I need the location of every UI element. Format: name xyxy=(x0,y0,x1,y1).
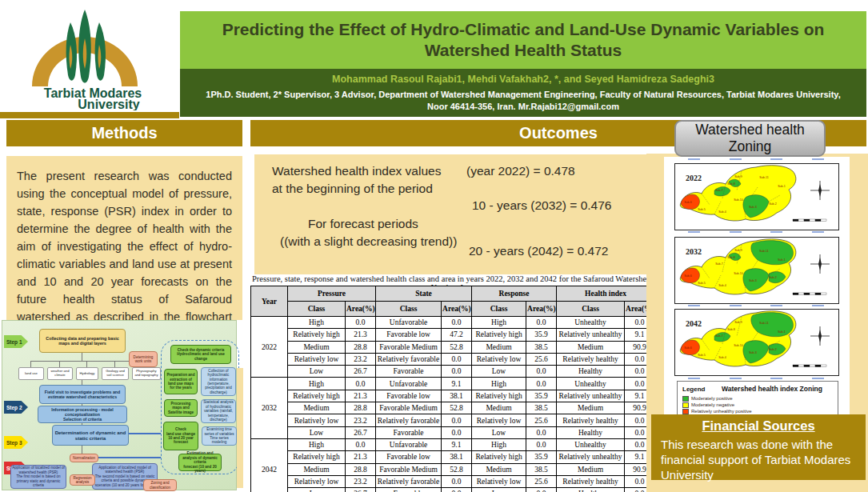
scale-bar xyxy=(793,365,798,367)
logo-org-line2: University xyxy=(78,98,139,110)
table-cell: Healthy xyxy=(557,426,625,438)
table-cell: Healthy xyxy=(557,366,625,378)
table-cell: 0.0 xyxy=(442,353,472,365)
table-cell: 35.9 xyxy=(526,390,557,402)
table-cell: 0.0 xyxy=(346,317,376,329)
health-table: Year Pressure State Response Health inde… xyxy=(250,286,655,492)
flow-box-time-series: Examining time series of variables Time … xyxy=(202,426,237,446)
subheader-area: Area(%) xyxy=(346,302,376,317)
table-cell: Medium xyxy=(472,463,526,475)
subbasin-label: Sub-4 xyxy=(718,284,726,287)
table-row: Relatively high21.3Favorable low47.2Rela… xyxy=(251,329,655,341)
subbasin-label: Sub-6 xyxy=(684,274,692,278)
table-cell: Relatively low xyxy=(472,414,526,426)
legend-item-label: Moderately negative xyxy=(691,402,734,407)
subbasin-label: Sub-10 xyxy=(734,198,743,202)
flow-box-psr-model-1: Application of localized model of waters… xyxy=(10,465,66,489)
table-cell: 25.6 xyxy=(526,353,557,365)
subheader-class: Class xyxy=(557,302,625,317)
zoning-heading-line1: Watershed health xyxy=(695,122,805,138)
table-row: Relatively low23.2Relatively favorable0.… xyxy=(251,353,655,365)
table-cell: Unfavorable xyxy=(376,438,442,450)
table-cell: 0.0 xyxy=(526,426,557,438)
flow-box-zoning-classification: Zoning and classification xyxy=(143,479,177,491)
table-cell: 0.0 xyxy=(346,378,376,390)
table-cell: Favorable low xyxy=(376,390,442,402)
flow-connector xyxy=(82,446,82,454)
table-cell: Medium xyxy=(288,463,346,475)
flow-box-estimation-dynamic-criteria: Estimation and analysis of dynamic crite… xyxy=(178,454,222,471)
year-cell: 2022 xyxy=(251,317,288,378)
table-cell: 25.6 xyxy=(526,414,557,426)
subbasin-label: Sub-11 xyxy=(759,250,768,253)
table-cell: 0.0 xyxy=(346,438,376,450)
subbasin-label: Sub-9 xyxy=(734,249,742,252)
table-cell: Healthy xyxy=(557,488,625,492)
coordinate-ticks xyxy=(688,305,824,307)
table-cell: Favorable xyxy=(376,426,442,438)
table-cell: Favorable xyxy=(376,488,442,492)
scale-bar xyxy=(810,219,815,222)
table-cell: 23.2 xyxy=(346,353,376,365)
subbasin-label: Sub-3 xyxy=(749,279,757,282)
financial-sources-box: Financial Sources This research was done… xyxy=(651,414,866,480)
table-cell: 9.1 xyxy=(442,438,472,450)
table-cell: 28.8 xyxy=(346,402,376,414)
zoning-heading-box: Watershed health Zoning xyxy=(674,120,826,157)
subbasin-label: Sub-3 xyxy=(749,206,757,209)
legend-item-label: Relatively unhealthy positive xyxy=(691,409,752,414)
table-cell: 0.0 xyxy=(442,475,472,487)
coordinate-ticks xyxy=(688,378,824,380)
flow-box-regression: Regression analysis xyxy=(70,474,95,486)
map-year-label: 2032 xyxy=(686,247,702,256)
table-cell: Unfavorable xyxy=(376,378,442,390)
flow-box-hydroclimatic-collection: Collection of hydroclimatic information … xyxy=(201,367,236,396)
table-cell: Unhealthy xyxy=(557,438,625,450)
subbasin-label: Sub-11 xyxy=(759,322,768,325)
table-row: Relatively low23.2Relatively favorable0.… xyxy=(251,475,655,487)
table-cell: Low xyxy=(288,366,346,378)
flow-step-2: Step 2 xyxy=(4,401,28,414)
table-cell: 21.3 xyxy=(346,451,376,463)
flow-connector-blue xyxy=(129,433,161,434)
table-cell: 0.0 xyxy=(442,414,472,426)
subbasin-label: Sub-8 xyxy=(727,256,735,259)
legend-item: Moderately negative xyxy=(682,402,752,408)
table-cell: High xyxy=(472,378,526,390)
scale-bar xyxy=(821,293,826,295)
methods-body: The present research was conducted using… xyxy=(17,167,232,343)
table-cell: Relatively healthy xyxy=(557,353,625,365)
table-row: Relatively low23.2Relatively favorable0.… xyxy=(251,414,655,426)
outcomes-forecast-line1: For forecast periods xyxy=(308,217,418,231)
flow-box-statistical-analysis: Statistical analysis of hydroclimatic va… xyxy=(201,399,236,423)
authors-line: Mohammad Rasoul Rajabi1, Mehdi Vafakhah2… xyxy=(332,74,714,85)
table-cell: Relatively healthy xyxy=(557,475,625,487)
table-cell: Relatively high xyxy=(288,451,346,463)
subbasin-label: Sub-4 xyxy=(718,356,726,359)
flow-connector xyxy=(59,361,60,367)
flow-box-weather-climate: weather and climate xyxy=(47,367,73,380)
table-cell: 52.8 xyxy=(442,463,472,475)
table-cell: Medium xyxy=(288,402,346,414)
table-cell: 21.3 xyxy=(346,329,376,341)
table-cell: 23.2 xyxy=(346,414,376,426)
subbasin-label: Sub-8 xyxy=(727,328,735,331)
table-cell: High xyxy=(472,438,526,450)
table-cell: 0.0 xyxy=(526,438,557,450)
table-cell: Medium xyxy=(557,402,625,414)
financial-heading: Financial Sources xyxy=(661,418,856,434)
subbasin-label: Sub-4 xyxy=(718,210,726,214)
table-cell: Relatively favorable xyxy=(376,353,442,365)
flow-box-hydrology: Hydrology xyxy=(76,367,98,380)
table-cell: 38.5 xyxy=(526,402,557,414)
table-cell: 0.0 xyxy=(526,317,557,329)
table-cell: Relatively low xyxy=(472,475,526,487)
table-cell: Low xyxy=(288,488,346,492)
scale-bar xyxy=(804,293,810,295)
methods-header-bar: Methods xyxy=(6,120,242,146)
table-cell: 26.7 xyxy=(346,488,376,492)
outcomes-text-box: Watershed health index values at the beg… xyxy=(254,154,654,274)
flow-connector-blue xyxy=(90,457,161,458)
table-cell: Relatively low xyxy=(288,414,346,426)
table-row: 2032High0.0Unfavorable9.1High0.0Unhealth… xyxy=(251,378,655,390)
